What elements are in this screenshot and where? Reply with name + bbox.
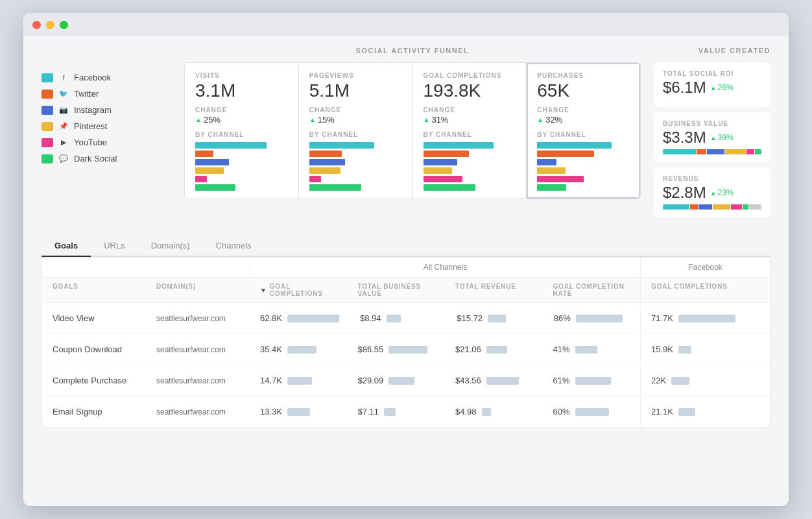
legend-label-darksocial: Dark Social xyxy=(74,154,117,163)
value-card-amount-revenue: $2.8M ▲23% xyxy=(663,184,761,202)
card-metric-value-0: 3.1M xyxy=(195,80,288,101)
legend-label-facebook: Facebook xyxy=(74,73,111,82)
gc-bar-1 xyxy=(287,346,316,354)
arrow-up-2: ▲ xyxy=(424,116,430,123)
channel-bar-row-1-5 xyxy=(309,184,402,191)
channel-bars-0 xyxy=(195,142,288,191)
td-domain-1: seattlesurfwear.com xyxy=(146,335,250,365)
legend-panel: f Facebook 🐦 Twitter 📷 Instagram 📌 Pinte xyxy=(42,47,171,223)
value-cards: TOTAL SOCIAL ROI $6.1M ▲26% BUSINESS VAL… xyxy=(654,62,770,217)
cr-bar-0 xyxy=(576,315,623,322)
channel-bar-2-5 xyxy=(424,184,475,191)
fb-bar-0 xyxy=(678,315,735,322)
card-change-label-0: CHANGE xyxy=(195,106,288,114)
th-revenue: TOTAL REVENUE xyxy=(445,278,543,302)
channel-bar-row-1-0 xyxy=(309,142,402,149)
channel-bar-row-2-1 xyxy=(424,151,516,157)
tab-channels[interactable]: Channels xyxy=(203,235,265,257)
bar-segment xyxy=(690,204,698,210)
legend-label-twitter: Twitter xyxy=(74,89,99,99)
funnel-card-2: GOAL COMPLETIONS 193.8K CHANGE ▲ 31% BY … xyxy=(413,63,527,199)
arrow-up-3: ▲ xyxy=(537,116,543,123)
td-domain-3: seattlesurfwear.com xyxy=(146,397,250,427)
td-gc-3: 13.3K xyxy=(250,396,348,427)
rev-bar-3 xyxy=(482,408,491,416)
cr-bar-3 xyxy=(575,408,609,416)
td-bv-1: $86.55 xyxy=(348,334,446,365)
fb-bar-2 xyxy=(671,377,689,385)
channel-bar-0-1 xyxy=(195,151,213,157)
bar-segment xyxy=(749,204,761,210)
card-metric-label-0: VISITS xyxy=(195,72,288,79)
table-header-row: GOALS DOMAIN(S) ▼ GOAL COMPLETIONS TOTAL… xyxy=(42,278,770,303)
close-button[interactable] xyxy=(32,21,41,29)
td-gc-2: 14.7K xyxy=(250,365,348,396)
legend-item-instagram: 📷 Instagram xyxy=(42,105,171,115)
td-rev-3: $4.98 xyxy=(445,396,543,427)
up-arrow-total_roi: ▲ xyxy=(710,84,717,91)
channel-bar-1-1 xyxy=(309,151,342,157)
bv-bar-3 xyxy=(384,408,396,416)
tab-goals[interactable]: Goals xyxy=(42,235,91,257)
channel-bar-1-2 xyxy=(309,159,345,165)
legend-item-twitter: 🐦 Twitter xyxy=(42,89,171,99)
value-card-label-total_roi: TOTAL SOCIAL ROI xyxy=(663,70,761,77)
td-goal-0: Video View xyxy=(42,303,146,333)
td-bv-0: $8.94 xyxy=(350,303,446,333)
td-bv-value-1: $86.55 xyxy=(358,344,384,354)
td-fb-value-1: 15.9K xyxy=(651,344,673,354)
th-goal-completions[interactable]: ▼ GOAL COMPLETIONS xyxy=(250,278,348,302)
td-fb-value-2: 22K xyxy=(651,376,666,385)
channel-bar-row-2-5 xyxy=(424,184,516,191)
channel-bars-3 xyxy=(537,142,630,191)
bv-bar-1 xyxy=(388,346,427,354)
darksocial-icon: 💬 xyxy=(58,154,69,163)
tab-urls[interactable]: URLs xyxy=(91,235,138,257)
darksocial-color xyxy=(42,154,53,163)
channel-bar-row-1-4 xyxy=(309,176,402,182)
card-change-label-3: CHANGE xyxy=(537,106,630,114)
card-metric-label-3: PURCHASES xyxy=(537,72,630,79)
channel-bar-row-3-5 xyxy=(537,184,630,191)
minimize-button[interactable] xyxy=(46,21,54,29)
twitter-icon: 🐦 xyxy=(58,90,69,98)
td-domain-2: seattlesurfwear.com xyxy=(146,366,250,396)
legend-item-youtube: ▶ YouTube xyxy=(42,138,171,147)
tab-domain-s-[interactable]: Domain(s) xyxy=(138,235,203,257)
td-fb-0: 71.7K xyxy=(640,303,770,333)
td-cr-0: 86% xyxy=(543,303,640,333)
value-title: VALUE CREATED xyxy=(654,47,770,54)
channel-bar-row-2-0 xyxy=(424,142,516,149)
legend-item-pinterest: 📌 Pinterest xyxy=(42,121,171,131)
legend-label-youtube: YouTube xyxy=(74,138,107,147)
th-domains: DOMAIN(S) xyxy=(146,278,250,302)
td-domain-0: seattlesurfwear.com xyxy=(146,304,250,333)
channel-bar-2-1 xyxy=(424,151,469,157)
legend-label-instagram: Instagram xyxy=(74,105,112,115)
value-card-amount-business_value: $3.3M ▲39% xyxy=(663,128,761,147)
bar-segment xyxy=(731,204,743,210)
td-cr-value-3: 60% xyxy=(553,407,570,416)
stacked-bar xyxy=(663,204,761,210)
bar-segment xyxy=(663,149,696,154)
fb-bar-1 xyxy=(678,346,691,354)
pinterest-icon: 📌 xyxy=(58,122,69,130)
td-gc-value-1: 35.4K xyxy=(260,344,282,354)
card-change-label-1: CHANGE xyxy=(309,106,402,114)
change-badge-total_roi: ▲26% xyxy=(710,83,734,92)
channel-bar-0-4 xyxy=(195,176,207,182)
channel-bar-row-2-2 xyxy=(424,159,516,165)
channel-bar-row-1-3 xyxy=(309,167,402,174)
youtube-icon: ▶ xyxy=(58,138,69,147)
bar-segment xyxy=(725,149,746,154)
table-row: Email Signup seattlesurfwear.com 13.3K $… xyxy=(42,396,770,427)
change-badge-business_value: ▲39% xyxy=(710,133,734,142)
th-business-value: TOTAL BUSINESS VALUE xyxy=(348,278,446,302)
arrow-up-1: ▲ xyxy=(309,116,316,123)
td-fb-value-0: 71.7K xyxy=(651,313,673,323)
bar-segment xyxy=(663,204,689,210)
td-bv-value-0: $8.94 xyxy=(360,313,381,323)
subheader-group: All Channels xyxy=(250,258,640,277)
main-content: f Facebook 🐦 Twitter 📷 Instagram 📌 Pinte xyxy=(23,36,789,441)
maximize-button[interactable] xyxy=(60,21,68,29)
